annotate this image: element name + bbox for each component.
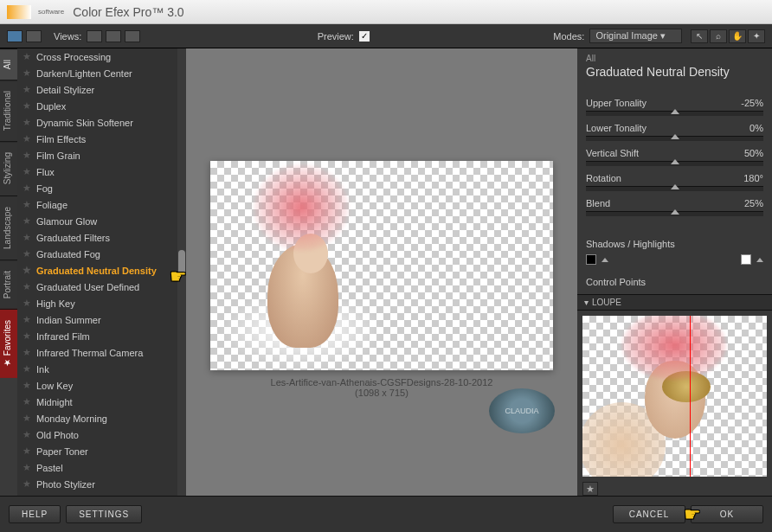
modes-select[interactable]: Original Image ▾ [589, 29, 682, 43]
preview-image[interactable] [210, 161, 553, 370]
highlights-checkbox[interactable] [741, 254, 751, 265]
star-icon[interactable]: ★ [23, 265, 31, 276]
slider-track[interactable] [586, 136, 763, 141]
filter-item[interactable]: ★Cross Processing [17, 48, 186, 65]
loupe-header[interactable]: ▾ LOUPE [577, 294, 772, 311]
star-icon[interactable]: ★ [23, 380, 31, 391]
loupe-view[interactable] [582, 316, 767, 477]
filter-item[interactable]: ★Infrared Film [17, 328, 186, 344]
category-tab-stylizing[interactable]: Stylizing [0, 141, 17, 195]
file-dimensions: (1098 x 715) [271, 388, 493, 398]
loupe-divider[interactable] [690, 316, 691, 477]
slider-track[interactable] [586, 211, 763, 216]
cancel-button[interactable]: CANCEL [613, 505, 685, 523]
filter-item[interactable]: ★Film Grain [17, 147, 186, 163]
filter-item[interactable]: ★Infrared Thermal Camera [17, 344, 186, 361]
star-icon[interactable]: ★ [23, 100, 31, 112]
toolbar: Views: Preview: ✓ Modes: Original Image … [0, 24, 772, 48]
filter-item[interactable]: ★Flux [17, 163, 186, 180]
category-tab-traditional[interactable]: Traditional [0, 80, 17, 141]
filter-item[interactable]: ★Monday Morning [17, 410, 186, 426]
filter-item[interactable]: ★Midnight [17, 394, 186, 410]
star-icon[interactable]: ★ [23, 281, 31, 292]
slider-value: 25% [744, 198, 763, 208]
shadows-highlights-control[interactable] [586, 254, 763, 265]
star-icon[interactable]: ★ [23, 347, 31, 358]
slider-thumb[interactable] [671, 159, 679, 164]
filter-item[interactable]: ★High Key [17, 295, 186, 311]
star-icon[interactable]: ★ [23, 429, 31, 440]
slider-thumb[interactable] [671, 184, 679, 189]
slider-thumb[interactable] [671, 109, 679, 114]
favorite-star-button[interactable]: ★ [582, 482, 598, 496]
filter-item[interactable]: ★Graduated Fog [17, 246, 186, 262]
category-tab-all[interactable]: All [0, 48, 17, 80]
pointer-tool-icon[interactable]: ↖ [691, 29, 708, 43]
filter-item[interactable]: ★Detail Stylizer [17, 81, 186, 98]
filter-item[interactable]: ★Ink [17, 361, 186, 377]
filter-item[interactable]: ★Dynamic Skin Softener [17, 114, 186, 131]
star-icon[interactable]: ★ [23, 248, 31, 260]
views-label: Views: [54, 31, 81, 42]
filter-item[interactable]: ★Glamour Glow [17, 213, 186, 229]
star-icon[interactable]: ★ [23, 67, 31, 79]
filter-item[interactable]: ★Graduated Neutral Density [17, 262, 186, 279]
filter-label: Low Key [36, 381, 73, 391]
star-icon[interactable]: ★ [23, 445, 31, 457]
list-view-icon[interactable] [26, 30, 42, 42]
filter-item[interactable]: ★Old Photo [17, 426, 186, 443]
category-tab-landscape[interactable]: Landscape [0, 195, 17, 260]
zoom-tool-icon[interactable]: ⌕ [710, 29, 727, 43]
star-icon[interactable]: ★ [23, 150, 31, 161]
light-tool-icon[interactable]: ✦ [748, 29, 765, 43]
filter-item[interactable]: ★Indian Summer [17, 311, 186, 328]
slider-track[interactable] [586, 186, 763, 191]
filter-scrollbar[interactable] [177, 48, 186, 496]
star-icon[interactable]: ★ [23, 199, 31, 210]
star-icon[interactable]: ★ [23, 330, 31, 342]
thumbnail-view-icon[interactable] [7, 30, 23, 42]
filter-item[interactable]: ★Graduated Filters [17, 229, 186, 246]
star-icon[interactable]: ★ [23, 232, 31, 243]
star-icon[interactable]: ★ [23, 396, 31, 407]
filter-item[interactable]: ★Pastel [17, 459, 186, 476]
slider-track[interactable] [586, 161, 763, 166]
category-tab-favorites[interactable]: ★ Favorites [0, 309, 17, 378]
filter-item[interactable]: ★Low Key [17, 377, 186, 394]
filter-item[interactable]: ★Duplex [17, 98, 186, 114]
filter-item[interactable]: ★Graduated User Defined [17, 279, 186, 295]
filter-item[interactable]: ★Foliage [17, 196, 186, 213]
slider-thumb[interactable] [671, 134, 679, 139]
slider-track[interactable] [586, 111, 763, 116]
slider-thumb[interactable] [671, 209, 679, 215]
ok-button[interactable]: OK [691, 505, 763, 523]
star-icon[interactable]: ★ [23, 413, 31, 424]
view-side-icon[interactable] [125, 30, 140, 42]
star-icon[interactable]: ★ [23, 462, 31, 473]
view-split-icon[interactable] [106, 30, 121, 42]
pan-tool-icon[interactable]: ✋ [729, 29, 746, 43]
star-icon[interactable]: ★ [23, 363, 31, 375]
filter-item[interactable]: ★Film Effects [17, 131, 186, 147]
star-icon[interactable]: ★ [23, 314, 31, 325]
category-tab-portrait[interactable]: Portrait [0, 260, 17, 309]
star-icon[interactable]: ★ [23, 215, 31, 227]
filter-item[interactable]: ★Photo Stylizer [17, 476, 186, 492]
settings-button[interactable]: SETTINGS [66, 505, 142, 523]
star-icon[interactable]: ★ [23, 117, 31, 128]
view-single-icon[interactable] [87, 30, 102, 42]
help-button[interactable]: HELP [9, 505, 61, 523]
star-icon[interactable]: ★ [23, 133, 31, 144]
star-icon[interactable]: ★ [23, 166, 31, 177]
scroll-thumb[interactable] [178, 250, 185, 276]
star-icon[interactable]: ★ [23, 183, 31, 194]
filter-item[interactable]: ★Fog [17, 180, 186, 196]
shadows-checkbox[interactable] [586, 254, 596, 265]
star-icon[interactable]: ★ [23, 51, 31, 62]
filter-item[interactable]: ★Darken/Lighten Center [17, 65, 186, 81]
preview-checkbox[interactable]: ✓ [359, 31, 370, 42]
star-icon[interactable]: ★ [23, 478, 31, 490]
star-icon[interactable]: ★ [23, 298, 31, 309]
star-icon[interactable]: ★ [23, 84, 31, 95]
filter-item[interactable]: ★Paper Toner [17, 443, 186, 459]
